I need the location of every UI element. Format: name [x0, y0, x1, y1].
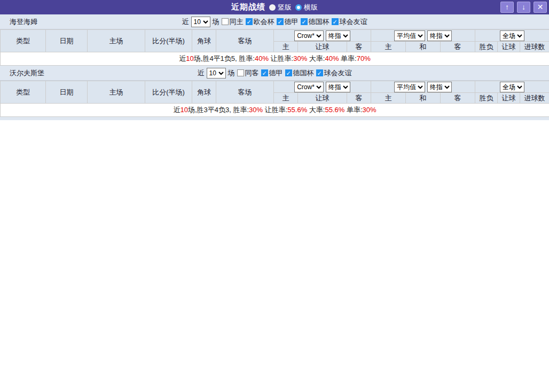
checkbox-label: 德甲 — [285, 17, 299, 27]
league-checkbox[interactable]: ✓德甲 — [261, 68, 283, 78]
odds-stage-select[interactable]: 终指 — [326, 82, 350, 92]
col-corner: 角球 — [192, 81, 216, 104]
average-group-header: 平均值 终指 — [371, 81, 475, 93]
scope-select[interactable]: 全场 — [500, 82, 524, 92]
col-handicap-result: 让球 — [498, 42, 520, 52]
radio-selected-icon[interactable] — [269, 4, 276, 11]
near-label: 近 — [182, 17, 189, 27]
bookmaker-select[interactable]: Crow* — [294, 82, 324, 92]
summary-segment: 30% — [293, 54, 307, 62]
move-up-button[interactable]: ↑ — [500, 2, 514, 13]
scope-group-header: 全场 — [475, 81, 549, 93]
same-venue-checkbox[interactable]: 同客 — [237, 68, 259, 78]
team-section-heidenheim: 海登海姆 近 10 场 同主 ✓欧会杯✓德甲✓德国杯✓球会友谊 — [0, 14, 549, 66]
col-odds-home: 主 — [274, 93, 298, 104]
layout-horizontal-option[interactable]: 横版 — [295, 3, 318, 12]
col-away: 客场 — [216, 30, 274, 52]
col-type: 类型 — [1, 30, 46, 52]
summary-segment: 40% — [325, 54, 339, 62]
col-date: 日期 — [46, 81, 88, 104]
checkbox-label: 德国杯 — [309, 17, 330, 27]
col-goals: 进球数 — [520, 42, 549, 52]
radio-vertical-label: 竖版 — [278, 3, 292, 12]
radio-unselected-icon[interactable] — [295, 4, 302, 11]
average-select[interactable]: 平均值 — [394, 82, 425, 92]
col-avg-away: 客 — [441, 42, 475, 52]
same-venue-checkbox[interactable]: 同主 — [222, 17, 244, 27]
league-filter-group: ✓欧会杯✓德甲✓德国杯✓球会友谊 — [246, 17, 367, 27]
league-checkbox[interactable]: ✓德国杯 — [301, 17, 330, 27]
bookmaker-group-header: Crow* 终指 — [274, 30, 371, 42]
average-select[interactable]: 平均值 — [394, 30, 425, 41]
summary-segment: 55.6% — [325, 106, 344, 114]
col-avg-away: 客 — [441, 93, 475, 104]
move-down-button[interactable]: ↓ — [517, 2, 530, 13]
league-checkbox[interactable]: ✓德国杯 — [285, 68, 314, 78]
team-name: 海登海姆 — [10, 17, 37, 27]
bookmaker-select[interactable]: Crow* — [294, 30, 324, 41]
checkbox-checked-icon[interactable]: ✓ — [316, 69, 323, 76]
summary-segment: 近 — [173, 106, 180, 114]
checkbox-checked-icon[interactable]: ✓ — [332, 18, 339, 25]
checkbox-unchecked-icon[interactable] — [222, 18, 229, 25]
col-away: 客场 — [216, 81, 274, 104]
scope-group-header: 全场 — [475, 30, 549, 42]
checkbox-checked-icon[interactable]: ✓ — [277, 18, 284, 25]
checkbox-checked-icon[interactable]: ✓ — [261, 69, 268, 76]
checkbox-unchecked-icon[interactable] — [237, 69, 244, 76]
summary-segment: 55.6% — [287, 106, 307, 114]
checkbox-label: 德国杯 — [293, 68, 314, 78]
games-label: 场 — [213, 17, 219, 27]
col-avg-draw: 和 — [406, 93, 441, 104]
summary-segment: 10 — [180, 106, 187, 114]
average-stage-select[interactable]: 终指 — [427, 82, 452, 92]
checkbox-checked-icon[interactable]: ✓ — [301, 18, 308, 25]
summary-segment: 30% — [363, 106, 377, 114]
col-odds-handicap: 让球 — [298, 42, 347, 52]
down-arrow-icon: ↓ — [522, 3, 526, 11]
recent-results-panel: 近期战绩 竖版 横版 ↑ ↓ ✕ 海登海姆 近 10 场 — [0, 0, 549, 120]
near-label: 近 — [198, 68, 205, 78]
checkbox-label: 球会友谊 — [340, 17, 367, 27]
summary-row: 近10场,胜3平4负3, 胜率:30% 让胜率:55.6% 大率:55.6% 单… — [1, 104, 549, 117]
filter-bar: 沃尔夫斯堡 近 10 场 同客 ✓德甲✓德国杯✓球会友谊 — [0, 66, 549, 81]
summary-segment: 单率: — [339, 54, 356, 62]
same-venue-label: 同主 — [230, 17, 244, 27]
league-checkbox[interactable]: ✓德甲 — [277, 17, 299, 27]
layout-vertical-option[interactable]: 竖版 — [269, 3, 292, 12]
league-checkbox[interactable]: ✓球会友谊 — [332, 17, 367, 27]
summary-segment: 大率: — [307, 54, 325, 62]
filter-bar: 海登海姆 近 10 场 同主 ✓欧会杯✓德甲✓德国杯✓球会友谊 — [0, 14, 549, 29]
col-handicap-result: 让球 — [498, 93, 520, 104]
league-checkbox[interactable]: ✓欧会杯 — [246, 17, 274, 27]
results-table: 类型 日期 主场 比分(半场) 角球 客场 Crow* 终指 平均值 终指 — [0, 81, 549, 117]
summary-segment: 30% — [249, 106, 263, 114]
col-home: 主场 — [88, 81, 145, 104]
scope-select[interactable]: 全场 — [500, 30, 524, 41]
odds-stage-select[interactable]: 终指 — [326, 30, 350, 41]
checkbox-checked-icon[interactable]: ✓ — [285, 69, 292, 76]
match-count-select[interactable]: 10 — [191, 17, 210, 27]
col-score: 比分(半场) — [145, 81, 192, 104]
radio-horizontal-label: 横版 — [304, 3, 318, 12]
match-count-select[interactable]: 10 — [207, 68, 226, 79]
close-icon: ✕ — [537, 3, 544, 11]
summary-segment: 让胜率: — [269, 54, 293, 62]
checkbox-label: 欧会杯 — [254, 17, 274, 27]
summary-segment: 场,胜3平4负3, 胜率: — [188, 106, 249, 114]
league-checkbox[interactable]: ✓球会友谊 — [316, 68, 352, 78]
col-date: 日期 — [46, 30, 88, 52]
bookmaker-group-header: Crow* 终指 — [274, 81, 371, 93]
average-group-header: 平均值 终指 — [371, 30, 475, 42]
close-button[interactable]: ✕ — [534, 2, 547, 13]
col-avg-home: 主 — [371, 42, 406, 52]
summary-segment: 近 — [179, 54, 186, 62]
col-goals: 进球数 — [520, 93, 549, 104]
col-avg-draw: 和 — [406, 42, 441, 52]
summary-segment: 40% — [255, 54, 269, 62]
average-stage-select[interactable]: 终指 — [427, 30, 452, 41]
col-odds-handicap: 让球 — [298, 93, 347, 104]
col-type: 类型 — [1, 81, 46, 104]
checkbox-checked-icon[interactable]: ✓ — [246, 18, 253, 25]
title-bar: 近期战绩 竖版 横版 ↑ ↓ ✕ — [0, 0, 549, 14]
